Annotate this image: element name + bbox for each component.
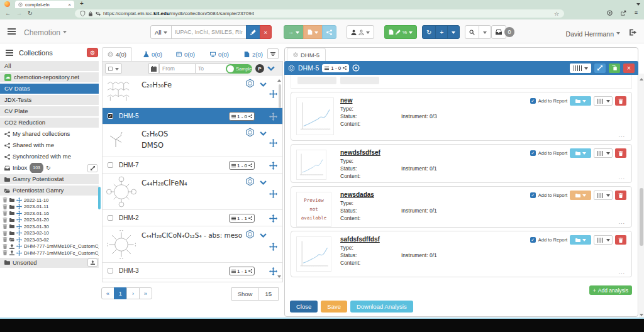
tree-item[interactable]: 2023-02-10 [0,230,99,237]
move-icon[interactable] [16,197,22,203]
address-bar[interactable]: https://complat-eln.ioc.kit.edu/mydb/col… [75,9,564,18]
filter-expand-chevron-icon[interactable] [267,65,275,72]
analysis-card-safdsfsdffdsf[interactable]: safdsfsdffdsf Type: Status: Instrument: … [291,231,632,277]
row-checkbox[interactable] [108,113,113,119]
back-button[interactable] [5,10,11,16]
barcode-scan-caret[interactable] [479,25,491,39]
print-code-dropdown[interactable] [570,64,591,73]
sidebar-item-co2-reduction[interactable]: CO2 Reduction [0,118,99,128]
tree-item[interactable]: 2023-01-30 [0,223,99,230]
scrollbar-thumb[interactable] [640,188,643,246]
list-scrollbar-thumb[interactable] [279,84,281,108]
create-element-caret[interactable] [447,25,460,39]
inbox-refresh-icon[interactable] [46,163,51,173]
trash-icon[interactable] [3,244,8,249]
drag-move-icon[interactable] [269,267,277,275]
export-button[interactable] [284,25,304,39]
page-1-button[interactable]: 1 [114,287,127,299]
new-tab-button[interactable] [80,0,84,7]
group-collapse-chevron-icon[interactable] [260,130,267,137]
tree-item[interactable]: DHM-777-1mMMe10Fc_CustomC_30 [0,250,99,257]
analysis-card-new[interactable]: new Type: Status: Instrument: 0/3 Conten… [291,92,632,141]
sidebar-item-jdx-tests[interactable]: JDX-Tests [0,95,99,105]
folder-icon[interactable] [9,224,14,229]
drag-move-icon[interactable] [269,162,277,170]
firefox-icon[interactable] [4,1,10,7]
move-icon[interactable] [16,204,22,209]
analysis-title[interactable]: safdsfsdffdsf [340,236,380,243]
tree-item[interactable]: 2023-03-02 [0,236,99,243]
lock-icon[interactable] [88,11,93,16]
close-button[interactable]: Close [290,301,318,313]
move-icon[interactable] [16,243,22,249]
sample-row-dhm-2[interactable]: DHM-2 1 - 1 [103,210,282,226]
group-collapse-chevron-icon[interactable] [260,179,267,186]
add-to-report-checkbox[interactable] [530,237,536,243]
logout-icon[interactable] [630,29,636,36]
save-button[interactable]: Save [321,301,347,313]
folder-icon[interactable] [9,231,14,236]
clear-search-button[interactable] [260,25,272,39]
select-all-checkbox[interactable] [108,67,113,71]
folder-icon[interactable] [9,218,14,223]
sidebar-item-my-shared[interactable]: My shared collections [0,129,99,139]
page-scrollbar[interactable] [639,74,644,318]
barcode-scan-button[interactable] [465,25,479,39]
delete-analysis-button[interactable] [615,96,626,106]
share-page-icon[interactable] [621,9,626,16]
tab-research-plans[interactable]: 2(0) [239,47,268,61]
add-to-report-checkbox[interactable] [530,150,536,156]
list-scroll-up-icon[interactable] [277,77,281,82]
bookmark-star-icon[interactable] [554,11,559,17]
tree-item[interactable]: DHM-777-1mMMe10Fc_CustomC_30 [0,243,99,250]
reload-button[interactable] [28,10,33,16]
delete-analysis-button[interactable] [615,148,626,158]
notification-badge[interactable]: 0 [504,27,514,37]
date-from-input[interactable] [159,64,196,74]
benzene-icon[interactable] [245,177,255,186]
scroll-up-icon[interactable] [640,76,643,80]
trash-icon[interactable] [3,218,8,223]
move-icon[interactable] [16,224,22,230]
drag-move-icon[interactable] [269,214,277,223]
trash-icon[interactable] [3,204,8,209]
add-analysis-button[interactable]: Add analysis [589,285,632,295]
add-to-report-checkbox[interactable] [530,192,536,198]
move-to-dataset-button[interactable] [570,191,591,200]
trash-icon[interactable] [3,224,8,229]
tree-item[interactable]: 2023-01-16 [0,210,99,217]
page-size-input[interactable]: 15 [258,287,279,301]
analysis-title[interactable]: newdsfsdfsef [340,149,380,156]
row-checkbox[interactable] [108,268,113,274]
sample-row-dhm-7[interactable]: DHM-7 1 - 0 [103,157,282,174]
unsorted-upload-button[interactable] [87,258,97,267]
benzene-icon[interactable] [245,230,255,239]
molecule-group-row[interactable]: C₂₀H₃₀Fe [103,75,282,108]
tab-samples[interactable]: 4(0) [102,47,132,61]
print-code-dropdown[interactable] [594,235,613,245]
search-input[interactable] [171,25,247,39]
list-scroll-down-icon[interactable] [277,275,281,280]
trash-icon[interactable] [3,250,8,255]
copy-sample-button[interactable] [609,64,620,73]
group-collapse-chevron-icon[interactable] [260,81,267,88]
collections-settings-button[interactable] [87,48,98,57]
collapse-sidebar-icon[interactable] [6,50,13,57]
row-checkbox[interactable] [108,162,113,168]
sidebar-item-cv-datas[interactable]: CV Datas [0,84,99,94]
tab-wellplates[interactable]: 0(0) [171,47,200,61]
sidebar-folder-gamry[interactable]: Gamry Potentiostat [0,174,99,184]
brand-dropdown[interactable]: Chemotion [24,28,67,37]
permissions-icon[interactable] [96,11,101,16]
sidebar-item-synchronized[interactable]: Synchronized with me [0,152,99,162]
folder-open-icon[interactable] [9,237,14,242]
page-first-button[interactable]: « [101,287,114,299]
sidebar-item-repository[interactable]: chemotion-repository.net [0,72,99,82]
browser-tab[interactable]: complat-eln [15,1,74,8]
trash-icon[interactable] [3,237,8,242]
print-code-dropdown[interactable] [594,191,613,200]
drag-move-icon[interactable] [269,139,277,147]
analysis-title[interactable]: new [340,97,352,104]
tab-screens[interactable]: 0(0) [205,47,234,61]
select-all-dropdown[interactable] [105,64,122,74]
